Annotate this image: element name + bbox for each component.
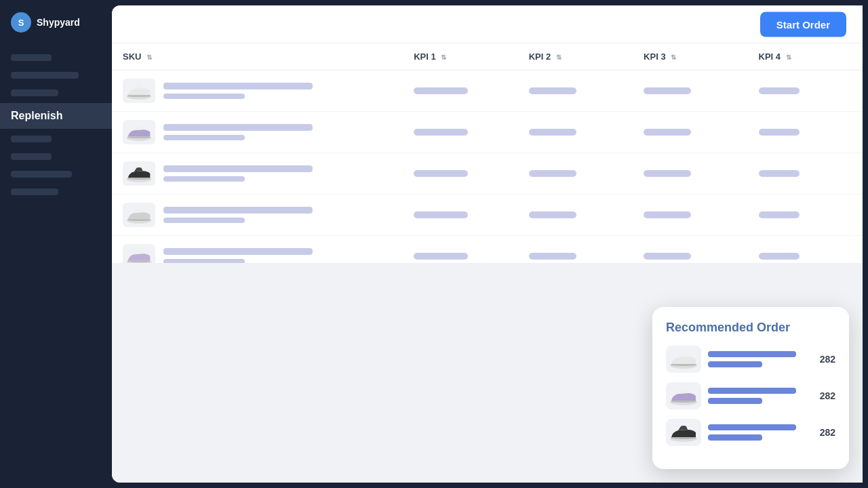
kpi3-value — [644, 129, 691, 136]
col-header-kpi1[interactable]: KPI 1 ⇅ — [403, 43, 517, 70]
sku-text — [163, 124, 313, 140]
kpi1-cell — [403, 195, 517, 236]
recommended-order-panel: Recommended Order 282 282 — [652, 307, 849, 469]
shoe-thumbnail — [123, 120, 155, 144]
sidebar-item-label: Replenish — [11, 110, 62, 121]
col-header-kpi2[interactable]: KPI 2 ⇅ — [518, 43, 633, 70]
rec-item[interactable]: 282 — [666, 346, 835, 373]
rec-item[interactable]: 282 — [666, 419, 835, 446]
kpi1-cell — [403, 70, 517, 112]
sku-cell — [112, 195, 403, 235]
col-header-sku[interactable]: SKU ⇅ — [112, 43, 403, 70]
kpi2-value — [529, 170, 576, 177]
main-panel: Start Order SKU ⇅ KPI 1 ⇅ — [112, 5, 863, 483]
rec-quantity: 282 — [820, 427, 835, 438]
table-row[interactable] — [112, 153, 863, 195]
kpi4-cell — [748, 236, 863, 264]
rec-sku-id — [708, 361, 762, 367]
sku-cell — [112, 153, 403, 194]
sidebar-skeleton-bar — [11, 153, 52, 160]
kpi4-value — [759, 211, 800, 218]
rec-item[interactable]: 282 — [666, 382, 835, 409]
sku-name-skeleton — [163, 83, 313, 89]
col-header-kpi3[interactable]: KPI 3 ⇅ — [633, 43, 747, 70]
kpi4-value — [759, 129, 800, 136]
sidebar-skeleton-4 — [0, 131, 112, 146]
kpi1-value — [414, 253, 468, 260]
kpi3-value — [644, 87, 691, 94]
sku-cell — [112, 236, 403, 263]
sku-id-skeleton — [163, 94, 245, 99]
sku-id-skeleton — [163, 218, 245, 223]
kpi3-cell — [633, 70, 747, 112]
sidebar-skeleton-6 — [0, 167, 112, 182]
rec-sku-name — [708, 351, 796, 357]
sidebar-skeleton-bar — [11, 171, 72, 178]
kpi1-cell — [403, 153, 517, 195]
kpi2-cell — [518, 195, 633, 236]
sku-text — [163, 165, 313, 182]
kpi2-cell — [518, 236, 633, 264]
kpi4-cell — [748, 153, 863, 195]
sort-icon-kpi3: ⇅ — [671, 54, 676, 61]
kpi4-value — [759, 170, 800, 177]
app-name: Shypyard — [37, 17, 80, 28]
kpi1-value — [414, 87, 468, 94]
sidebar-skeleton-7 — [0, 184, 112, 199]
kpi1-cell — [403, 112, 517, 153]
app-logo[interactable]: S Shypyard — [0, 0, 112, 45]
logo-icon: S — [11, 12, 31, 33]
rec-sku-id — [708, 398, 762, 404]
kpi1-cell — [403, 236, 517, 264]
kpi1-value — [414, 170, 468, 177]
sidebar-skeleton-bar — [11, 54, 52, 61]
kpi3-cell — [633, 153, 747, 195]
sidebar-nav: Replenish — [0, 45, 112, 488]
table-header: Start Order — [112, 5, 863, 43]
table-row[interactable] — [112, 236, 863, 264]
sidebar-item-replenish[interactable]: Replenish — [0, 103, 112, 129]
col-header-kpi4[interactable]: KPI 4 ⇅ — [748, 43, 863, 70]
start-order-button[interactable]: Start Order — [760, 12, 846, 37]
sku-name-skeleton — [163, 248, 313, 255]
sku-id-skeleton — [163, 135, 245, 140]
table-row[interactable] — [112, 70, 863, 112]
sku-name-skeleton — [163, 207, 313, 214]
kpi4-value — [759, 87, 800, 94]
table-row[interactable] — [112, 112, 863, 153]
kpi2-cell — [518, 70, 633, 112]
sku-name-skeleton — [163, 124, 313, 131]
rec-sku-name — [708, 388, 796, 394]
rec-quantity: 282 — [820, 354, 835, 365]
sidebar-skeleton-2 — [0, 68, 112, 83]
kpi3-cell — [633, 195, 747, 236]
kpi2-value — [529, 129, 576, 136]
rec-item-info — [708, 351, 813, 367]
sidebar-skeleton-bar — [11, 188, 58, 195]
kpi3-value — [644, 170, 691, 177]
kpi4-cell — [748, 112, 863, 153]
sort-icon-kpi4: ⇅ — [786, 54, 791, 61]
kpi1-value — [414, 211, 468, 218]
sidebar-skeleton-bar — [11, 136, 52, 142]
sidebar: S Shypyard Replenish — [0, 0, 112, 488]
kpi4-cell — [748, 195, 863, 236]
rec-item-info — [708, 424, 813, 441]
rec-shoe-thumbnail — [666, 346, 701, 373]
sort-icon-kpi1: ⇅ — [441, 54, 446, 61]
table-row[interactable] — [112, 195, 863, 236]
kpi2-value — [529, 211, 576, 218]
kpi3-value — [644, 253, 691, 260]
sidebar-skeleton-3 — [0, 85, 112, 100]
kpi2-cell — [518, 112, 633, 153]
kpi3-cell — [633, 112, 747, 153]
rec-quantity: 282 — [820, 390, 835, 401]
sidebar-skeleton-bar — [11, 72, 79, 79]
rec-sku-name — [708, 424, 796, 430]
sku-name-skeleton — [163, 165, 313, 172]
sku-text — [163, 207, 313, 223]
shoe-thumbnail — [123, 203, 155, 227]
sidebar-skeleton-5 — [0, 149, 112, 164]
product-table: SKU ⇅ KPI 1 ⇅ KPI 2 ⇅ KPI 3 — [112, 43, 863, 263]
sort-icon-sku: ⇅ — [146, 54, 152, 61]
